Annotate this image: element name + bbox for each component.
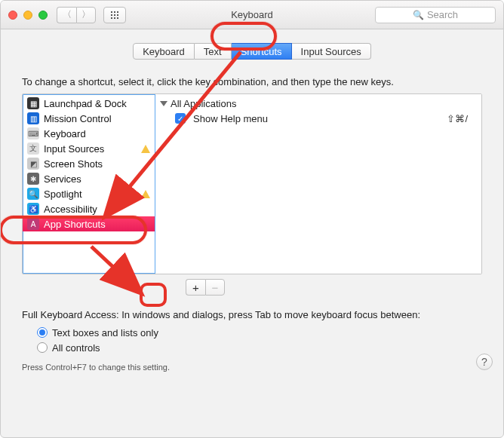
category-label: Services [44, 173, 81, 185]
category-services[interactable]: ✱ Services [23, 171, 155, 186]
launchpad-icon: ▦ [27, 97, 39, 109]
category-launchpad[interactable]: ▦ Launchpad & Dock [23, 96, 155, 111]
back-button[interactable]: 〈 [57, 7, 76, 23]
traffic-lights [8, 11, 48, 20]
search-placeholder: Search [427, 9, 458, 20]
remove-shortcut-button[interactable]: − [205, 279, 225, 296]
add-remove-buttons: + − [186, 279, 482, 296]
shortcut-value[interactable]: ⇧⌘/ [447, 113, 477, 124]
category-label: Screen Shots [44, 158, 103, 170]
services-icon: ✱ [27, 173, 39, 185]
category-app-shortcuts[interactable]: A App Shortcuts [23, 216, 155, 231]
grid-icon [110, 11, 119, 20]
shortcut-panels: ▦ Launchpad & Dock ▥ Mission Control ⌨ K… [22, 93, 482, 274]
shortcut-checkbox[interactable]: ✓ [175, 113, 186, 124]
add-shortcut-button[interactable]: + [186, 279, 205, 296]
accessibility-icon: ♿ [27, 203, 39, 215]
disclosure-triangle-icon[interactable] [160, 101, 167, 106]
search-icon: 🔍 [413, 10, 424, 20]
category-label: Input Sources [44, 143, 104, 155]
category-mission-control[interactable]: ▥ Mission Control [23, 111, 155, 126]
titlebar: 〈 〉 Keyboard 🔍 Search [1, 1, 503, 29]
category-label: Mission Control [44, 113, 112, 124]
show-all-button[interactable] [103, 7, 126, 23]
content-area: Keyboard Text Shortcuts Input Sources To… [1, 29, 503, 381]
full-keyboard-access-note: Press Control+F7 to change this setting. [22, 363, 482, 372]
warning-icon [141, 190, 150, 198]
category-label: Accessibility [44, 204, 97, 215]
instruction-text: To change a shortcut, select it, click t… [22, 76, 482, 87]
detail-group-header[interactable]: All Applications [155, 96, 481, 111]
detail-group-label: All Applications [171, 98, 236, 109]
help-button[interactable]: ? [476, 354, 493, 370]
category-label: Launchpad & Dock [44, 98, 127, 109]
shortcut-detail: All Applications ✓ Show Help menu ⇧⌘/ [155, 94, 481, 274]
full-keyboard-access-options: Text boxes and lists only All controls [37, 325, 482, 355]
radio-icon [37, 342, 48, 353]
forward-button[interactable]: 〉 [76, 7, 96, 23]
zoom-window-button[interactable] [38, 11, 48, 20]
radio-label: All controls [52, 342, 100, 354]
screenshot-icon: ◩ [27, 158, 39, 170]
tab-input-sources[interactable]: Input Sources [292, 43, 371, 60]
radio-icon [37, 327, 48, 338]
minimize-window-button[interactable] [23, 11, 32, 20]
tab-bar: Keyboard Text Shortcuts Input Sources [22, 43, 482, 60]
category-accessibility[interactable]: ♿ Accessibility [23, 201, 155, 216]
nav-buttons: 〈 〉 [57, 7, 96, 23]
tab-keyboard[interactable]: Keyboard [133, 43, 195, 60]
radio-label: Text boxes and lists only [52, 327, 158, 338]
keyboard-icon: ⌨ [27, 127, 39, 139]
category-input-sources[interactable]: 文 Input Sources [23, 141, 155, 156]
mission-control-icon: ▥ [27, 112, 39, 124]
category-spotlight[interactable]: 🔍 Spotlight [23, 186, 155, 201]
shortcut-label: Show Help menu [193, 113, 268, 124]
tab-text[interactable]: Text [195, 43, 232, 60]
shortcut-row[interactable]: ✓ Show Help menu ⇧⌘/ [155, 111, 481, 126]
warning-icon [141, 145, 150, 153]
annotation-add-button [140, 283, 167, 307]
tab-shortcuts[interactable]: Shortcuts [232, 43, 292, 60]
category-label: Spotlight [44, 188, 82, 200]
tab-group: Keyboard Text Shortcuts Input Sources [133, 43, 371, 60]
category-keyboard[interactable]: ⌨ Keyboard [23, 126, 155, 141]
category-label: App Shortcuts [44, 219, 106, 230]
search-field[interactable]: 🔍 Search [375, 7, 496, 23]
radio-all-controls[interactable]: All controls [37, 340, 482, 355]
radio-text-boxes-only[interactable]: Text boxes and lists only [37, 325, 482, 340]
input-sources-icon: 文 [27, 142, 39, 155]
category-list[interactable]: ▦ Launchpad & Dock ▥ Mission Control ⌨ K… [23, 94, 155, 274]
full-keyboard-access-label: Full Keyboard Access: In windows and dia… [22, 309, 482, 320]
preferences-window: 〈 〉 Keyboard 🔍 Search Keyboard Text Shor… [0, 0, 504, 438]
app-shortcuts-icon: A [27, 218, 39, 230]
category-screen-shots[interactable]: ◩ Screen Shots [23, 156, 155, 171]
close-window-button[interactable] [8, 11, 17, 20]
category-label: Keyboard [44, 128, 86, 139]
spotlight-icon: 🔍 [27, 188, 39, 200]
